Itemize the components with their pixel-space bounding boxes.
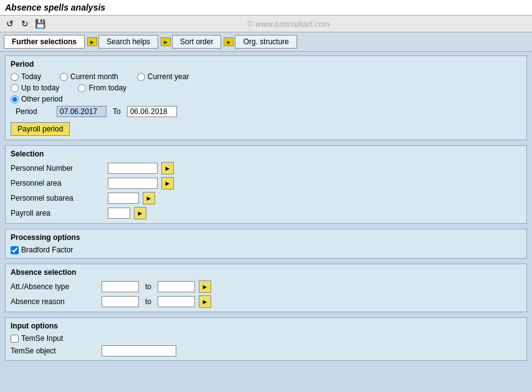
payroll-period-label: Payroll period [17, 125, 63, 133]
tab-sort-order[interactable]: Sort order [172, 35, 221, 49]
sel-arrow-3[interactable]: ► [134, 207, 146, 219]
temse-input-label: TemSe Input [21, 334, 63, 343]
absence-selection-title: Absence selection [11, 268, 521, 277]
period-row-3: Other period [11, 95, 521, 103]
abs-arrow-1[interactable]: ► [199, 295, 211, 308]
selection-row-2: Personnel subarea ► [11, 192, 521, 204]
radio-other-period[interactable]: Other period [11, 95, 63, 103]
tab-sort-order-label: Sort order [180, 37, 213, 46]
period-to-input[interactable] [127, 106, 177, 117]
toolbar: ↺ ↻ 💾 © www.tutorialkart.com [0, 16, 532, 32]
temse-input-checkbox[interactable]: TemSe Input [11, 334, 521, 343]
selection-section: Selection Personnel Number ► Personnel a… [5, 145, 527, 224]
abs-from-0[interactable] [102, 281, 139, 292]
radio-current-year[interactable]: Current year [137, 72, 189, 81]
sel-arrow-1[interactable]: ► [161, 177, 174, 189]
abs-to-1[interactable] [158, 296, 195, 307]
app-title: Absence spells analysis [5, 2, 105, 12]
tab-arrow-3: ► [224, 37, 234, 46]
save-icon[interactable]: 💾 [34, 17, 46, 30]
sel-label-2: Personnel subarea [11, 194, 104, 203]
sel-label-3: Payroll area [11, 209, 104, 218]
radio-current-month[interactable]: Current month [60, 72, 118, 81]
period-to-label: To [113, 107, 121, 116]
title-bar: Absence spells analysis [0, 0, 532, 16]
sel-arrow-2[interactable]: ► [143, 192, 155, 204]
tab-arrow-2: ► [161, 37, 171, 46]
absence-selection-section: Absence selection Att./Absence type to ►… [5, 264, 527, 312]
radio-current-month-input[interactable] [60, 73, 68, 81]
sel-input-0[interactable] [108, 163, 158, 174]
sel-label-1: Personnel area [11, 179, 104, 188]
tab-search-helps[interactable]: Search helps [98, 35, 158, 49]
forward-icon[interactable]: ↻ [19, 17, 31, 30]
radio-current-year-input[interactable] [137, 73, 145, 81]
sel-arrow-0[interactable]: ► [161, 162, 174, 174]
tab-arrow-1: ► [87, 37, 97, 46]
tab-further-selections-label: Further selections [12, 37, 77, 46]
radio-up-to-today-label: Up to today [21, 84, 59, 92]
radio-other-period-label: Other period [21, 95, 63, 103]
bradford-factor-label: Bradford Factor [21, 246, 73, 254]
selection-row-3: Payroll area ► [11, 207, 521, 219]
radio-from-today[interactable]: From today [78, 84, 126, 92]
period-input-row: Period To [11, 106, 521, 117]
sel-input-1[interactable] [108, 178, 158, 189]
absence-row-1: Absence reason to ► [11, 295, 521, 308]
payroll-period-button[interactable]: Payroll period [11, 122, 70, 136]
selection-row-0: Personnel Number ► [11, 162, 521, 174]
period-row-2: Up to today From today [11, 84, 521, 92]
temse-object-input[interactable] [102, 345, 176, 356]
period-field-label: Period [16, 107, 53, 116]
radio-from-today-input[interactable] [78, 84, 86, 92]
abs-to-label-0: to [145, 282, 151, 291]
abs-to-0[interactable] [158, 281, 195, 292]
radio-today[interactable]: Today [11, 72, 41, 81]
input-options-title: Input options [11, 322, 521, 330]
absence-row-0: Att./Absence type to ► [11, 280, 521, 293]
radio-current-year-label: Current year [148, 72, 189, 81]
abs-from-1[interactable] [102, 296, 139, 307]
sel-input-3[interactable] [108, 208, 130, 219]
selection-fields: Personnel Number ► Personnel area ► Pers… [11, 162, 521, 219]
selection-title: Selection [11, 150, 521, 158]
abs-label-0: Att./Absence type [11, 282, 98, 291]
radio-from-today-label: From today [88, 84, 126, 92]
temse-object-label: TemSe object [11, 347, 98, 355]
main-content: Period Today Current month Current year … [0, 52, 532, 370]
absence-fields: Att./Absence type to ► Absence reason to… [11, 280, 521, 308]
watermark: © www.tutorialkart.com [49, 19, 528, 29]
period-section: Period Today Current month Current year … [5, 55, 527, 140]
selection-row-1: Personnel area ► [11, 177, 521, 189]
radio-today-input[interactable] [11, 73, 19, 81]
abs-to-label-1: to [145, 297, 151, 306]
tab-search-helps-label: Search helps [107, 37, 150, 46]
tab-org-structure[interactable]: Org. structure [235, 35, 297, 49]
radio-up-to-today-input[interactable] [11, 84, 19, 92]
abs-arrow-0[interactable]: ► [199, 280, 211, 293]
tab-further-selections[interactable]: Further selections [4, 35, 85, 49]
abs-label-1: Absence reason [11, 297, 98, 306]
processing-options-section: Processing options Bradford Factor [5, 229, 527, 259]
temse-object-row: TemSe object [11, 345, 521, 356]
radio-current-month-label: Current month [70, 72, 118, 81]
period-from-input[interactable] [57, 106, 107, 117]
input-options-section: Input options TemSe Input TemSe object [5, 317, 527, 361]
sel-input-2[interactable] [108, 193, 139, 204]
bradford-factor-checkbox[interactable]: Bradford Factor [11, 246, 521, 254]
period-title: Period [11, 60, 521, 69]
processing-options-title: Processing options [11, 233, 521, 242]
temse-input-check[interactable] [11, 335, 19, 343]
radio-up-to-today[interactable]: Up to today [11, 84, 59, 92]
period-row-1: Today Current month Current year [11, 72, 521, 81]
radio-other-period-input[interactable] [11, 95, 19, 103]
tab-org-structure-label: Org. structure [243, 37, 288, 46]
radio-today-label: Today [21, 72, 41, 81]
tabs-bar: Further selections ► Search helps ► Sort… [0, 32, 532, 52]
back-icon[interactable]: ↺ [4, 17, 16, 30]
sel-label-0: Personnel Number [11, 164, 104, 173]
bradford-factor-input[interactable] [11, 246, 19, 254]
